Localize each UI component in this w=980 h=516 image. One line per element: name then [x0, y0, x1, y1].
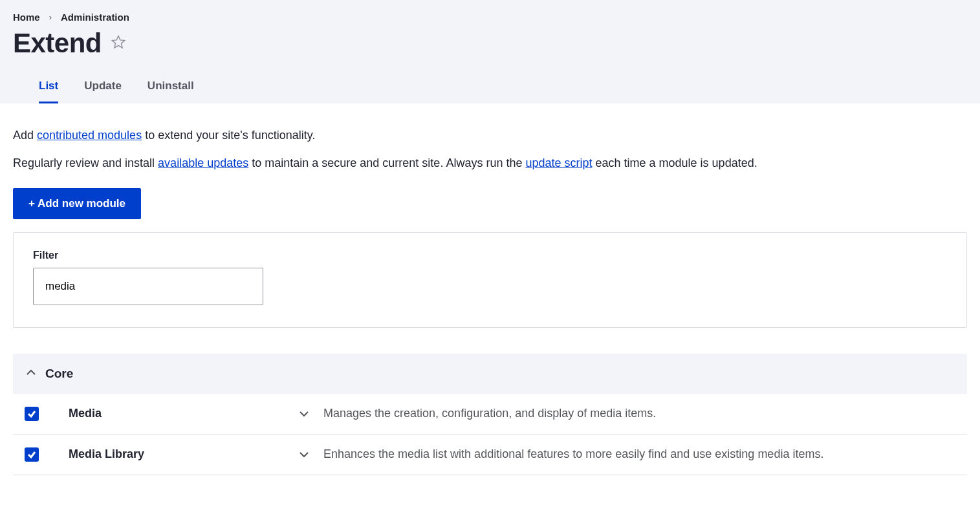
chevron-down-icon[interactable] [298, 448, 310, 461]
module-row: Media Manages the creation, configuratio… [13, 394, 967, 435]
filter-input[interactable] [33, 268, 263, 305]
header-region: Home › Administration Extend List Update… [0, 0, 980, 103]
tab-uninstall[interactable]: Uninstall [147, 72, 194, 103]
intro-text: Add contributed modules to extend your s… [13, 126, 967, 173]
link-contributed-modules[interactable]: contributed modules [37, 129, 142, 142]
intro-text-1-suffix: to extend your site's functionality. [142, 129, 315, 142]
module-row: Media Library Enhances the media list wi… [13, 435, 967, 475]
add-new-module-button[interactable]: + Add new module [13, 188, 141, 219]
tab-list[interactable]: List [39, 72, 58, 103]
filter-panel: Filter [13, 232, 967, 328]
intro-text-2-mid: to maintain a secure and current site. A… [248, 156, 525, 169]
breadcrumb-home[interactable]: Home [13, 12, 40, 23]
module-description: Manages the creation, configuration, and… [323, 407, 955, 420]
section-header-core[interactable]: Core [13, 354, 967, 394]
page-title: Extend [13, 28, 102, 59]
page-title-wrap: Extend [13, 28, 967, 72]
module-checkbox[interactable] [25, 407, 39, 421]
intro-text-2-prefix: Regularly review and install [13, 156, 158, 169]
module-name: Media [45, 407, 291, 420]
link-available-updates[interactable]: available updates [158, 156, 248, 169]
link-update-script[interactable]: update script [525, 156, 592, 169]
tabs: List Update Uninstall [13, 72, 967, 103]
chevron-up-icon [26, 367, 36, 380]
breadcrumb-separator: › [49, 12, 52, 22]
module-checkbox[interactable] [25, 447, 39, 462]
breadcrumb-administration[interactable]: Administration [61, 12, 129, 23]
section-title: Core [45, 367, 73, 381]
filter-label: Filter [33, 250, 947, 261]
module-description: Enhances the media list with additional … [323, 447, 955, 461]
breadcrumb: Home › Administration [13, 12, 967, 23]
favorite-star-icon[interactable] [111, 34, 126, 52]
intro-text-2-suffix: each time a module is updated. [593, 156, 757, 169]
module-name: Media Library [45, 447, 291, 461]
tab-update[interactable]: Update [84, 72, 122, 103]
chevron-down-icon[interactable] [298, 407, 310, 420]
module-section-core: Core Media Manages the creation, configu… [13, 354, 967, 475]
intro-text-1-prefix: Add [13, 129, 37, 142]
content-region: Add contributed modules to extend your s… [0, 103, 980, 488]
